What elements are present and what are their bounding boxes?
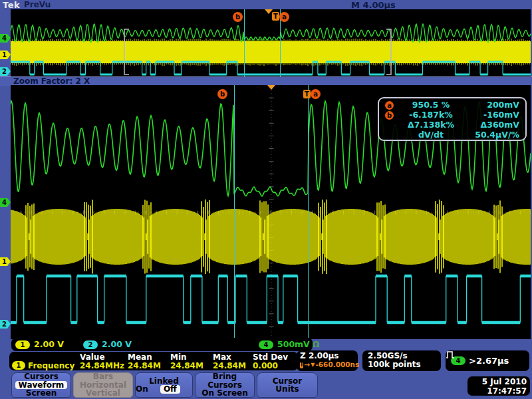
ch4-scale[interactable]: 4 500mV Ω [259, 338, 319, 351]
cursor-a-badge: a [385, 101, 394, 110]
dvdt-label: dV/dt [400, 130, 462, 140]
delta-value: Δ7.138k% [400, 120, 462, 130]
menu-bring-l1: Bring [196, 372, 254, 381]
menu-bring-cursors-button[interactable]: Bring Cursors On Screen [195, 372, 255, 398]
menu-bars-title: Bars [74, 372, 132, 381]
trigger-t-icon: T [300, 362, 303, 368]
cursor-b-badge: b [385, 111, 394, 120]
expansion-point-icon [267, 85, 275, 90]
overview-cursor-b-line[interactable] [244, 9, 245, 76]
datetime-box: 5 Jul 2010 17:47:57 [467, 376, 530, 396]
readout-row-a: a 950.5 % 200mV [379, 100, 525, 110]
cursor-b-value: -6.187k% [400, 110, 462, 120]
date-readout: 5 Jul 2010 [467, 377, 527, 386]
cursor-b-marker[interactable]: b [217, 89, 227, 99]
readout-row-dvdt: dV/dt 50.4µV/% [379, 130, 525, 140]
zoom-ch2-marker[interactable]: 2 [0, 320, 11, 329]
menu-linked-button[interactable]: Linked On Off [135, 372, 193, 398]
menu-cursors-button[interactable]: Cursors Waveform Screen [11, 372, 71, 398]
zoom-ch1-marker[interactable]: 1 [0, 257, 11, 266]
readout-row-b: b -6.187k% -160mV [379, 110, 525, 120]
ch2-scale-value: 2.00 V [102, 338, 132, 351]
cursor-readout-box: a 950.5 % 200mV b -6.187k% -160mV Δ7.138… [378, 97, 527, 141]
meas-stddev: 0.000 [253, 361, 278, 370]
col-header-stddev: Std Dev [253, 352, 288, 362]
menu-bars-button: Bars Horizontal Vertical [73, 372, 133, 398]
menu-cursor-units-button[interactable]: Cursor Units [257, 372, 318, 398]
col-header-mean: Mean [128, 352, 152, 362]
pulse-width-icon [446, 350, 456, 359]
menu-cursors-title: Cursors [12, 372, 70, 381]
trigger-delay-readout: T→▼-660.000ns [300, 360, 354, 369]
menu-linked-off[interactable]: Off [160, 385, 180, 394]
overview-cursor-b-marker[interactable]: b [233, 12, 243, 22]
cursor-b-line[interactable] [234, 85, 235, 339]
trigger-condition: >2.67µs [469, 356, 509, 366]
arrow-icon: → [304, 360, 310, 369]
overview-trigger-flag-icon: T [272, 12, 279, 21]
ch2-scale[interactable]: 2 2.00 V [83, 338, 132, 351]
record-length: 100k points [368, 360, 436, 369]
overview-waveform-panel: b T a [11, 9, 531, 76]
delta-voltage: Δ360mV [462, 120, 519, 130]
overview-ch1-marker[interactable]: 1 [0, 51, 11, 59]
menu-units-l2: Units [257, 385, 317, 394]
menu-cursors-other[interactable]: Screen [12, 389, 70, 398]
oscilloscope-screen: Tek PreVu M 4.00µs b T a Zoom Factor: 2 … [0, 0, 532, 399]
trigger-delay-value: -660.000ns [315, 360, 359, 369]
tek-logo: Tek [3, 0, 20, 10]
meas-min: 24.84M [170, 361, 203, 370]
main-timebase-readout: M 4.00µs [351, 0, 396, 10]
menu-bring-l3: On Screen [196, 389, 254, 398]
zoom-timebase-box: Z 2.00µs T→▼-660.000ns [297, 350, 358, 371]
cursor-a-line[interactable] [308, 85, 309, 339]
acquisition-status: PreVu [24, 0, 51, 10]
ch1-scale-value: 2.00 V [34, 338, 64, 351]
meas-name: Frequency [28, 361, 74, 370]
menu-linked-on[interactable]: On [136, 385, 148, 394]
meas-value: 24.84MHz [80, 361, 124, 370]
cursor-a-value: 950.5 % [400, 100, 462, 110]
zoom-scale-readout: Z 2.00µs [300, 352, 354, 360]
col-header-min: Min [170, 352, 187, 362]
down-triangle-icon: ▼ [311, 360, 315, 369]
cursor-a-voltage: 200mV [462, 100, 519, 110]
col-header-max: Max [213, 352, 231, 362]
meas-ch-badge: 1 [12, 361, 25, 370]
menu-bars-vertical: Vertical [74, 389, 132, 398]
overview-ch4-marker[interactable]: 4 [0, 34, 11, 43]
overview-cursor-a-marker[interactable]: a [279, 12, 289, 22]
meas-max: 24.84M [213, 361, 246, 370]
acquisition-box: 2.50GS/s 100k points [362, 350, 441, 371]
cursor-a-marker[interactable]: a [311, 89, 321, 99]
time-readout: 17:47:57 [467, 386, 527, 396]
trigger-flag-icon: T [303, 90, 311, 98]
trigger-box: 4 >2.67µs [446, 350, 529, 371]
readout-row-delta: Δ7.138k% Δ360mV [379, 120, 525, 130]
meas-mean: 24.84M [128, 361, 161, 370]
ch2-badge: 2 [83, 340, 98, 349]
zoom-waveform-panel: b T a a 950.5 % 200mV b -6.187k% -160mV … [11, 85, 531, 339]
ch4-scale-value: 500mV [277, 338, 310, 351]
ch4-coupling: Ω [313, 338, 320, 351]
zoom-ch4-marker[interactable]: 4 [0, 198, 11, 207]
dvdt-value: 50.4µV/% [462, 130, 519, 140]
overview-waveforms [11, 9, 531, 76]
ch1-badge: 1 [15, 340, 30, 349]
col-header-value: Value [80, 352, 105, 362]
cursor-b-voltage: -160mV [462, 110, 519, 120]
zoom-factor-bar: Zoom Factor: 2 X [0, 76, 532, 86]
overview-ch2-marker[interactable]: 2 [0, 67, 11, 76]
channel-scale-bar: 1 2.00 V 2 2.00 V 4 500mV Ω [11, 338, 313, 351]
ch1-scale[interactable]: 1 2.00 V [15, 338, 64, 351]
measurement-panel: Value Mean Min Max Std Dev 1 Frequency 2… [9, 352, 298, 370]
ch4-badge: 4 [259, 340, 273, 349]
header-bar: Tek PreVu M 4.00µs [0, 0, 532, 10]
